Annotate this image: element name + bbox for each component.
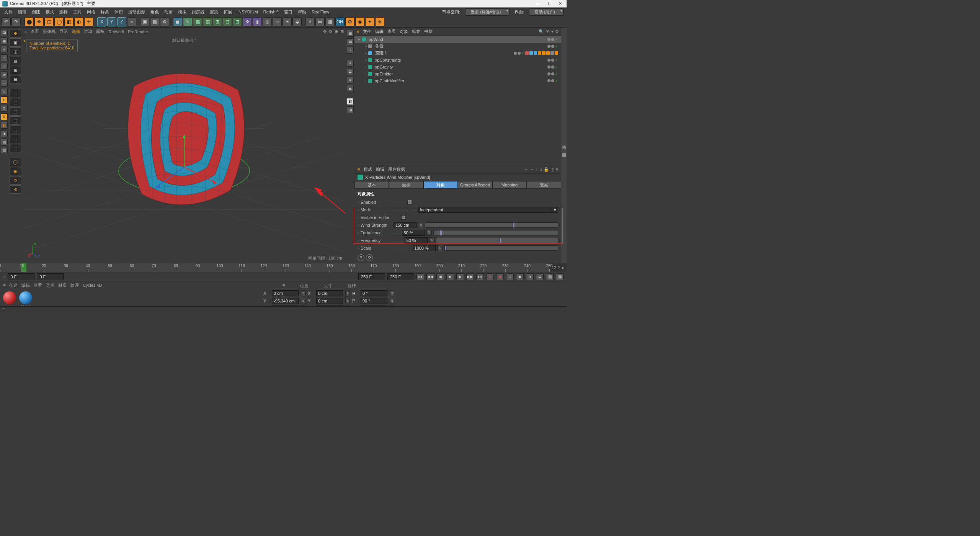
prim-icon-2[interactable]: ◫ xyxy=(10,47,21,56)
attr-edit[interactable]: 编辑 xyxy=(376,167,384,172)
uv-mode[interactable]: ▱ xyxy=(1,80,8,87)
key-opts-6[interactable]: ▦ xyxy=(556,273,564,280)
soft-sel[interactable]: ◐ xyxy=(1,122,8,129)
y-axis-toggle[interactable]: Y xyxy=(107,17,116,26)
render-settings[interactable]: ⚙ xyxy=(160,17,169,26)
mid-icon-6[interactable]: ≡ xyxy=(347,77,354,83)
menu-realflow[interactable]: RealFlow xyxy=(309,10,332,14)
coord-Y-pos[interactable] xyxy=(272,298,299,304)
prop-scale-spinner[interactable]: ⇅ xyxy=(437,245,443,251)
prop-freq-slider[interactable] xyxy=(436,238,558,243)
om-item-xpClothModifier[interactable]: └ xpClothModifier✓ xyxy=(354,77,561,84)
mid-icon-7[interactable]: ≣ xyxy=(347,85,354,92)
menu-file[interactable]: 文件 xyxy=(2,9,15,15)
mat-texture[interactable]: 纹理 xyxy=(70,283,79,288)
timeline-ruler[interactable]: 0102030405060708090100110120130140150160… xyxy=(0,263,567,272)
joint-tool[interactable]: ⋔ xyxy=(305,17,315,26)
axis-widget[interactable]: Y X Z xyxy=(28,243,43,258)
wp-4[interactable]: ⟲ xyxy=(10,185,21,194)
mat-material[interactable]: 材质 xyxy=(58,283,67,288)
menu-mesh[interactable]: 网格 xyxy=(84,9,98,15)
om-bookmarks[interactable]: 书签 xyxy=(424,29,433,34)
key-opts-2[interactable]: ◆ xyxy=(516,273,524,280)
subtab-falloff[interactable]: 衰减 xyxy=(527,181,561,189)
mat-select[interactable]: 选择 xyxy=(46,283,54,288)
prim-icon-3[interactable]: ▦ xyxy=(10,57,21,65)
axis-mode[interactable]: ✛ xyxy=(1,46,8,53)
vp-display[interactable]: 显示 xyxy=(59,29,68,34)
attr-mode[interactable]: 模式 xyxy=(364,167,372,172)
record-button[interactable]: ● xyxy=(486,273,494,280)
mid-icon-3[interactable]: ✛ xyxy=(347,47,354,54)
menu-animate[interactable]: 动画 xyxy=(162,9,175,15)
prev-frame-button[interactable]: ◀ xyxy=(436,273,444,280)
prop-wind-input[interactable] xyxy=(394,222,416,228)
coord-X-size[interactable] xyxy=(316,290,343,296)
subtab-object[interactable]: 对象 xyxy=(423,181,458,189)
mat-cycles[interactable]: Cycles 4D xyxy=(83,283,102,288)
snap-s1[interactable]: S xyxy=(1,96,8,103)
pen-tool[interactable]: ✎ xyxy=(183,17,192,26)
om-eye-icon[interactable]: 👁 xyxy=(546,29,550,34)
om-opts-icon[interactable]: ⚙ xyxy=(555,29,559,34)
mid-icon-9[interactable]: ◨ xyxy=(347,106,354,113)
coord-system[interactable]: ⌖ xyxy=(127,17,136,26)
array-gen[interactable]: ⊟ xyxy=(223,17,232,26)
coord-X-pos[interactable] xyxy=(272,290,299,296)
menu-tools[interactable]: 工具 xyxy=(70,9,84,15)
om-item-xpGravity[interactable]: └ xpGravity✓ xyxy=(354,64,561,70)
snap-grp-4[interactable]: ⬚ xyxy=(10,116,21,125)
snap-grp-3[interactable]: ⬚ xyxy=(10,107,21,116)
select-tool[interactable]: ⬤ xyxy=(24,17,34,26)
snap-grp-5[interactable]: ⬚ xyxy=(10,126,21,134)
l-icon[interactable]: L xyxy=(1,88,8,95)
undo-button[interactable]: ↶ xyxy=(2,17,11,26)
attr-nav-lock[interactable]: 🔒 xyxy=(544,167,549,172)
prim-icon[interactable]: ▣ xyxy=(10,38,21,47)
grid-toggle[interactable]: ▦ xyxy=(325,17,335,26)
menu-help[interactable]: 帮助 xyxy=(295,9,309,15)
menu-window[interactable]: 窗口 xyxy=(281,9,295,15)
om-filter-icon[interactable]: ▾ xyxy=(551,29,554,34)
right-vertical-tabs[interactable]: 构造 内容浏览器 xyxy=(561,28,567,263)
subtab-coord[interactable]: 坐标 xyxy=(389,181,423,189)
prim-icon-4[interactable]: ⊞ xyxy=(10,66,21,74)
key-opts-5[interactable]: ▤ xyxy=(546,273,554,280)
prop-scale-input[interactable] xyxy=(413,245,436,251)
coord-H-rot[interactable] xyxy=(361,290,387,296)
next-frame-button[interactable]: ▶ xyxy=(456,273,464,280)
subtab-groups[interactable]: Groups Affected xyxy=(458,181,492,189)
prop-freq-input[interactable] xyxy=(405,237,428,243)
key-opts-4[interactable]: ⬙ xyxy=(536,273,544,280)
menu-create[interactable]: 创建 xyxy=(29,9,43,15)
subtab-mapping[interactable]: Mapping xyxy=(492,181,527,189)
edge-mode[interactable]: ／ xyxy=(1,63,8,70)
object-manager-tree[interactable]: ▸ xpWind✓└ 备份✓└ 克隆.1✓└ xpConstraints✓└ x… xyxy=(354,36,561,165)
cursor-icon[interactable]: ✥ xyxy=(10,29,21,38)
render-view[interactable]: ▣ xyxy=(140,17,149,26)
menu-extensions[interactable]: 扩展 xyxy=(221,9,235,15)
xp-button-4[interactable]: ※ xyxy=(375,17,384,26)
prop-enabled-checkbox[interactable]: ✓ xyxy=(407,200,412,204)
subdiv-surface[interactable]: ▧ xyxy=(193,17,202,26)
minimize-button[interactable]: — xyxy=(537,1,541,6)
menu-edit[interactable]: 编辑 xyxy=(15,9,29,15)
snap-grp-6[interactable]: ⬚ xyxy=(10,135,21,143)
attr-nav-home[interactable]: ⌂ xyxy=(539,167,542,172)
viewport-solo[interactable]: ▤ xyxy=(1,139,8,145)
tweak-mode[interactable]: ◑ xyxy=(1,130,8,137)
menu-volume[interactable]: 体积 xyxy=(112,9,126,15)
mat-edit[interactable]: 编辑 xyxy=(21,283,30,288)
cube-primitive[interactable]: ◼ xyxy=(173,17,182,26)
wp-1[interactable]: ◯ xyxy=(10,158,21,166)
x-axis-toggle[interactable]: X xyxy=(97,17,106,26)
extrude-gen[interactable]: ▥ xyxy=(203,17,212,26)
attr-refresh-icon[interactable]: ⟳ xyxy=(366,254,373,261)
vp-nav-icon-4[interactable]: ⊞ xyxy=(340,29,344,34)
bind-tool[interactable]: ⋈ xyxy=(315,17,325,26)
z-axis-toggle[interactable]: Z xyxy=(117,17,126,26)
attr-userdata[interactable]: 用户数据 xyxy=(388,167,405,172)
prop-freq-spinner[interactable]: ⇅ xyxy=(429,237,434,243)
om-objects[interactable]: 对象 xyxy=(400,29,408,34)
status-menu-icon[interactable]: ≡ xyxy=(0,306,7,312)
